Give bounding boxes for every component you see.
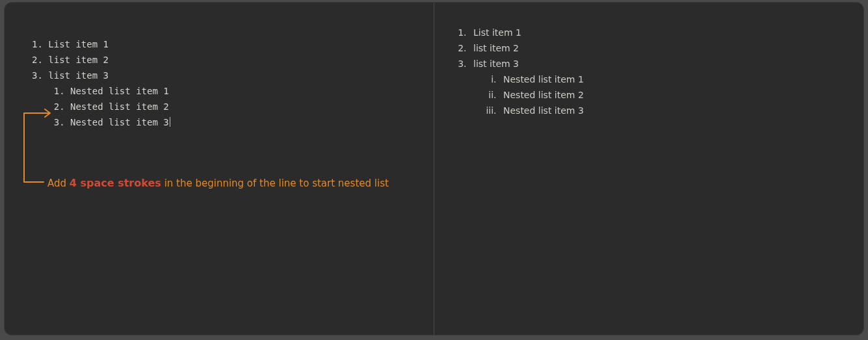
rendered-ol: List item 1 list item 2 list item 3 Nest… bbox=[458, 27, 863, 116]
src-line-2: 2. list item 2 bbox=[32, 55, 109, 65]
src-line-6: 3. Nested list item 3 bbox=[32, 117, 169, 127]
li-text: List item 1 bbox=[473, 27, 521, 38]
annot-prefix: Add bbox=[47, 177, 70, 189]
src-line-4: 1. Nested list item 1 bbox=[32, 86, 169, 96]
list-item: Nested list item 3 bbox=[499, 105, 863, 116]
annot-bold: 4 space strokes bbox=[70, 177, 161, 189]
source-text: 1. List item 1 2. list item 2 3. list it… bbox=[5, 3, 434, 130]
nested-ol: Nested list item 1 Nested list item 2 Ne… bbox=[473, 74, 863, 116]
annotation-text: Add 4 space strokes in the beginning of … bbox=[47, 177, 389, 189]
list-item: Nested list item 2 bbox=[499, 90, 863, 100]
source-pane: 1. List item 1 2. list item 2 3. list it… bbox=[5, 3, 434, 335]
list-item: Nested list item 1 bbox=[499, 74, 863, 85]
text-caret bbox=[170, 117, 170, 127]
src-line-3: 3. list item 3 bbox=[32, 70, 109, 81]
li-text: list item 3 bbox=[473, 59, 519, 69]
li-text: list item 2 bbox=[473, 43, 519, 53]
li-text: Nested list item 2 bbox=[503, 90, 584, 100]
list-item: List item 1 bbox=[469, 27, 863, 38]
two-pane-container: 1. List item 1 2. list item 2 3. list it… bbox=[4, 2, 864, 335]
li-text: Nested list item 1 bbox=[503, 74, 584, 85]
li-text: Nested list item 3 bbox=[503, 105, 584, 116]
list-item: list item 2 bbox=[469, 43, 863, 53]
list-item: list item 3 Nested list item 1 Nested li… bbox=[469, 59, 863, 116]
rendered-output: List item 1 list item 2 list item 3 Nest… bbox=[434, 3, 863, 116]
src-line-1: 1. List item 1 bbox=[32, 39, 109, 49]
annot-suffix: in the beginning of the line to start ne… bbox=[164, 177, 389, 189]
src-line-5: 2. Nested list item 2 bbox=[32, 101, 169, 112]
preview-pane: List item 1 list item 2 list item 3 Nest… bbox=[434, 3, 863, 335]
